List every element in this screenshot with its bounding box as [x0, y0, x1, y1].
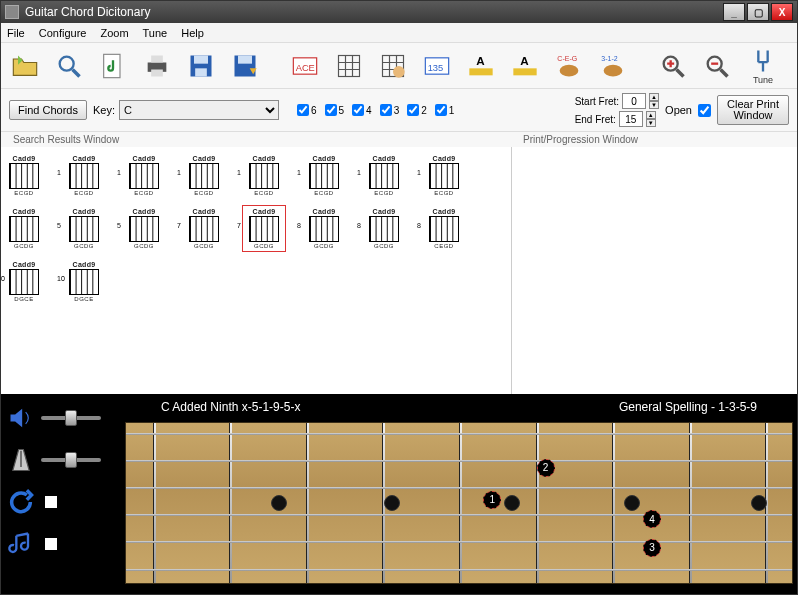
start-fret-label: Start Fret:: [575, 96, 619, 107]
tune-label: Tune: [753, 75, 773, 85]
close-button[interactable]: X: [771, 3, 793, 21]
clear-print-button[interactable]: Clear Print Window: [717, 95, 789, 125]
window-title: Guitar Chord Dicitonary: [25, 5, 150, 19]
chord-thumb[interactable]: Cadd95GCDG: [65, 208, 103, 249]
chord-thumb[interactable]: Cadd98GCDG: [365, 208, 403, 249]
finger-dot: 4: [643, 510, 661, 528]
start-fret-input[interactable]: [622, 93, 646, 109]
document-note-icon[interactable]: [95, 47, 131, 85]
letters-grid-icon[interactable]: ACE: [287, 47, 323, 85]
svg-rect-20: [513, 68, 536, 75]
chord-thumb[interactable]: Cadd910DGCE: [65, 261, 103, 302]
string-check-4[interactable]: 4: [352, 104, 372, 116]
loop-icon[interactable]: [7, 488, 35, 516]
grid-icon[interactable]: [331, 47, 367, 85]
find-chords-button[interactable]: Find Chords: [9, 100, 87, 120]
minimize-button[interactable]: _: [723, 3, 745, 21]
chord-thumb[interactable]: Cadd91ECGD: [425, 155, 463, 196]
chord-thumb[interactable]: Cadd97GCDG: [185, 208, 223, 249]
svg-text:3-1-2: 3-1-2: [601, 55, 617, 62]
string-check-6[interactable]: 6: [297, 104, 317, 116]
string-check-5[interactable]: 5: [325, 104, 345, 116]
svg-rect-18: [469, 68, 492, 75]
guitar-312-icon[interactable]: 3-1-2: [595, 47, 631, 85]
end-fret-label: End Fret:: [575, 114, 616, 125]
controls-bar: Find Chords Key: C 6 5 4 3 2 1 Start Fre…: [1, 89, 797, 132]
fret-marker: [271, 495, 287, 511]
print-icon[interactable]: [139, 47, 175, 85]
save-icon[interactable]: [183, 47, 219, 85]
volume-slider[interactable]: [41, 416, 101, 420]
chord-thumb[interactable]: Cadd95GCDG: [125, 208, 163, 249]
open-checkbox[interactable]: [698, 104, 711, 117]
chord-thumb[interactable]: Cadd91ECGD: [305, 155, 343, 196]
fret-marker: [624, 495, 640, 511]
section-labels: Search Results Window Print/Progression …: [1, 132, 797, 147]
ruler-a2-icon[interactable]: A: [507, 47, 543, 85]
chord-thumb[interactable]: Cadd95GCDG: [5, 208, 43, 249]
menu-tune[interactable]: Tune: [143, 27, 168, 39]
chord-thumb[interactable]: Cadd91ECGD: [65, 155, 103, 196]
tuning-fork-icon[interactable]: [745, 47, 781, 75]
string-check-3[interactable]: 3: [380, 104, 400, 116]
chord-thumb[interactable]: Cadd91ECGD: [125, 155, 163, 196]
loop-toggle[interactable]: [45, 496, 57, 508]
chord-name-label: C Added Ninth x-5-1-9-5-x: [161, 400, 459, 414]
search-icon[interactable]: [51, 47, 87, 85]
chord-thumb[interactable]: Cadd91ECGD: [185, 155, 223, 196]
chord-thumb[interactable]: Cadd98GCDG: [305, 208, 343, 249]
notes-toggle[interactable]: [45, 538, 57, 550]
open-folder-icon[interactable]: [7, 47, 43, 85]
string-check-2[interactable]: 2: [407, 104, 427, 116]
svg-rect-3: [151, 55, 163, 62]
menu-bar: File Configure Zoom Tune Help: [1, 23, 797, 43]
end-fret-input[interactable]: [619, 111, 643, 127]
chord-thumb[interactable]: Cadd910DGCE: [5, 261, 43, 302]
chord-thumb[interactable]: Cadd97GCDG: [245, 208, 283, 249]
menu-configure[interactable]: Configure: [39, 27, 87, 39]
zoom-out-icon[interactable]: [699, 47, 735, 85]
notes-icon[interactable]: [7, 530, 35, 558]
svg-rect-1: [104, 54, 120, 77]
speaker-icon[interactable]: [7, 404, 35, 432]
maximize-button[interactable]: ▢: [747, 3, 769, 21]
app-icon: [5, 5, 19, 19]
print-progression-pane: [511, 147, 797, 394]
end-fret-down[interactable]: ▼: [646, 119, 656, 127]
fretboard-neck[interactable]: 1234: [125, 422, 793, 584]
svg-text:135: 135: [428, 62, 444, 72]
svg-rect-4: [151, 69, 163, 76]
start-fret-up[interactable]: ▲: [649, 93, 659, 101]
save-as-icon[interactable]: [227, 47, 263, 85]
grid-hand-icon[interactable]: [375, 47, 411, 85]
zoom-in-icon[interactable]: [655, 47, 691, 85]
svg-text:C-E-G: C-E-G: [557, 55, 577, 62]
menu-zoom[interactable]: Zoom: [100, 27, 128, 39]
menu-help[interactable]: Help: [181, 27, 204, 39]
fret-marker: [504, 495, 520, 511]
ruler-a-icon[interactable]: A: [463, 47, 499, 85]
bottom-panel: C Added Ninth x-5-1-9-5-x General Spelli…: [1, 394, 797, 594]
svg-rect-12: [339, 55, 360, 76]
key-label: Key:: [93, 104, 115, 116]
svg-text:A: A: [476, 53, 485, 66]
search-results-pane: Cadd91ECGDCadd91ECGDCadd91ECGDCadd91ECGD…: [1, 147, 511, 394]
string-check-1[interactable]: 1: [435, 104, 455, 116]
svg-point-24: [604, 64, 623, 76]
start-fret-down[interactable]: ▼: [649, 101, 659, 109]
numbers-grid-icon[interactable]: 135: [419, 47, 455, 85]
metronome-icon[interactable]: [7, 446, 35, 474]
key-select[interactable]: C: [119, 100, 279, 120]
menu-file[interactable]: File: [7, 27, 25, 39]
chord-thumb[interactable]: Cadd91ECGD: [5, 155, 43, 196]
svg-rect-6: [194, 55, 208, 63]
tempo-slider[interactable]: [41, 458, 101, 462]
fretboard-area: C Added Ninth x-5-1-9-5-x General Spelli…: [121, 394, 797, 594]
title-bar: Guitar Chord Dicitonary _ ▢ X: [1, 1, 797, 23]
chord-thumb[interactable]: Cadd91ECGD: [365, 155, 403, 196]
playback-controls: [1, 394, 121, 594]
chord-thumb[interactable]: Cadd91ECGD: [245, 155, 283, 196]
guitar-ceg-icon[interactable]: C-E-G: [551, 47, 587, 85]
chord-thumb[interactable]: Cadd98CEGD: [425, 208, 463, 249]
end-fret-up[interactable]: ▲: [646, 111, 656, 119]
